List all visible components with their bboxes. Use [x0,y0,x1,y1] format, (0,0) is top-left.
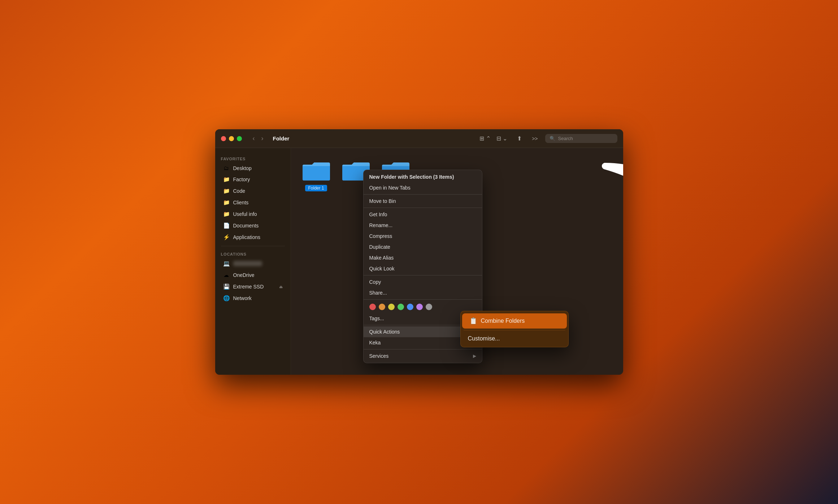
color-tag-green[interactable] [398,304,404,310]
finder-window: ‹ › Folder ⊞ ⌃ ⊟ ⌄ ⬆ >> 🔍 Search Favorit… [215,129,623,375]
sidebar-item-label: Useful info [233,211,257,217]
sidebar-item-computer[interactable]: 💻 [217,258,288,269]
services-submenu-arrow-icon: ▶ [473,353,476,359]
context-menu-item-compress[interactable]: Compress [364,231,482,242]
sidebar: Favorites 🗂 Desktop 📁 Factory 📁 Code 📁 C… [215,148,291,375]
cloud-icon: ☁ [223,272,230,278]
context-menu-item-rename[interactable]: Rename... [364,220,482,231]
sidebar-item-clients[interactable]: 📁 Clients [217,197,288,208]
context-menu-divider [364,299,482,300]
color-tag-yellow[interactable] [388,304,395,310]
folder-icon: 📁 [223,199,230,206]
back-button[interactable]: ‹ [251,134,257,143]
context-menu-item-new-folder-selection[interactable]: New Folder with Selection (3 Items) [364,171,482,182]
traffic-lights [221,136,242,141]
combine-folders-label: Combine Folders [481,318,525,324]
search-icon: 🔍 [550,136,555,141]
maximize-button[interactable] [237,136,242,141]
search-placeholder: Search [558,136,573,141]
sidebar-item-code[interactable]: 📁 Code [217,186,288,196]
context-menu-item-duplicate[interactable]: Duplicate [364,242,482,252]
color-tag-gray[interactable] [426,304,432,310]
color-tag-purple[interactable] [416,304,423,310]
sidebar-item-label: Factory [233,177,250,182]
drive-icon: 💾 [223,283,230,290]
computer-icon: 💻 [223,260,230,267]
combine-folders-icon: 📋 [469,317,477,325]
sidebar-item-applications[interactable]: ⚡ Applications [217,232,288,243]
sidebar-item-label: Documents [233,223,259,229]
list-view-button[interactable]: ⊟ ⌄ [495,134,509,143]
context-menu-item-services[interactable]: Services ▶ [364,351,482,361]
toolbar-right: ⊞ ⌃ ⊟ ⌄ ⬆ >> 🔍 Search [478,134,617,143]
quick-actions-submenu: 📋 Combine Folders Customise... [460,311,569,347]
svg-rect-1 [303,166,330,181]
applications-icon: ⚡ [223,234,230,240]
submenu-item-combine-folders[interactable]: 📋 Combine Folders [462,313,567,329]
title-bar: ‹ › Folder ⊞ ⌃ ⊟ ⌄ ⬆ >> 🔍 Search [215,129,623,148]
context-menu-divider [364,208,482,208]
sidebar-item-documents[interactable]: 📄 Documents [217,220,288,231]
main-content: Folder 1 [291,148,623,375]
submenu-divider [464,330,565,330]
customise-label: Customise... [468,335,500,342]
sidebar-item-label: Code [233,188,245,194]
color-tag-red[interactable] [369,304,376,310]
view-buttons: ⊞ ⌃ ⊟ ⌄ [478,134,509,143]
context-menu-divider [364,194,482,195]
desktop-icon: 🗂 [223,165,230,171]
context-menu-item-make-alias[interactable]: Make Alias [364,252,482,263]
network-icon: 🌐 [223,295,230,301]
favorites-label: Favorites [215,154,291,162]
sidebar-item-onedrive[interactable]: ☁ OneDrive [217,270,288,281]
context-menu: New Folder with Selection (3 Items) Open… [363,170,482,363]
folder-icon-1 [302,159,331,182]
sidebar-divider [221,246,285,246]
context-menu-divider [364,349,482,349]
search-bar[interactable]: 🔍 Search [545,134,617,143]
folder-1-label: Folder 1 [305,185,327,191]
sidebar-item-label: Applications [233,234,261,240]
folder-item-1[interactable]: Folder 1 [302,159,331,191]
document-icon: 📄 [223,222,230,229]
close-button[interactable] [221,136,226,141]
more-button[interactable]: >> [530,135,540,143]
navigation-buttons: ‹ › [251,134,266,143]
sidebar-item-useful-info[interactable]: 📁 Useful info [217,209,288,220]
sidebar-item-label: Extreme SSD [233,284,264,290]
sidebar-item-network[interactable]: 🌐 Network [217,293,288,304]
sidebar-item-label: Clients [233,200,249,205]
share-button[interactable]: ⬆ [514,134,525,143]
submenu-item-customise[interactable]: Customise... [461,332,568,346]
context-menu-item-share[interactable]: Share... [364,287,482,298]
sidebar-item-factory[interactable]: 📁 Factory [217,174,288,185]
eject-icon[interactable]: ⏏ [279,284,283,289]
folder-icon: 📁 [223,176,230,183]
color-tag-blue[interactable] [407,304,413,310]
sidebar-item-label: Desktop [233,165,252,171]
window-body: Favorites 🗂 Desktop 📁 Factory 📁 Code 📁 C… [215,148,623,375]
folder-icon: 📁 [223,188,230,194]
context-menu-item-open-new-tabs[interactable]: Open in New Tabs [364,182,482,193]
color-tag-orange[interactable] [379,304,385,310]
sidebar-item-desktop[interactable]: 🗂 Desktop [217,163,288,173]
sidebar-item-label: OneDrive [233,272,255,278]
sidebar-item-extreme-ssd[interactable]: 💾 Extreme SSD ⏏ [217,281,288,292]
locations-label: Locations [215,249,291,258]
sidebar-item-label: Network [233,295,252,301]
context-menu-item-move-to-bin[interactable]: Move to Bin [364,196,482,207]
context-menu-item-copy[interactable]: Copy [364,277,482,287]
computer-label [233,261,262,266]
context-menu-item-quick-look[interactable]: Quick Look [364,263,482,274]
window-title: Folder [273,135,290,142]
context-menu-divider [364,275,482,275]
folder-icon: 📁 [223,211,230,217]
context-menu-item-get-info[interactable]: Get Info [364,209,482,220]
icon-view-button[interactable]: ⊞ ⌃ [478,134,492,143]
minimize-button[interactable] [229,136,234,141]
forward-button[interactable]: › [259,134,266,143]
